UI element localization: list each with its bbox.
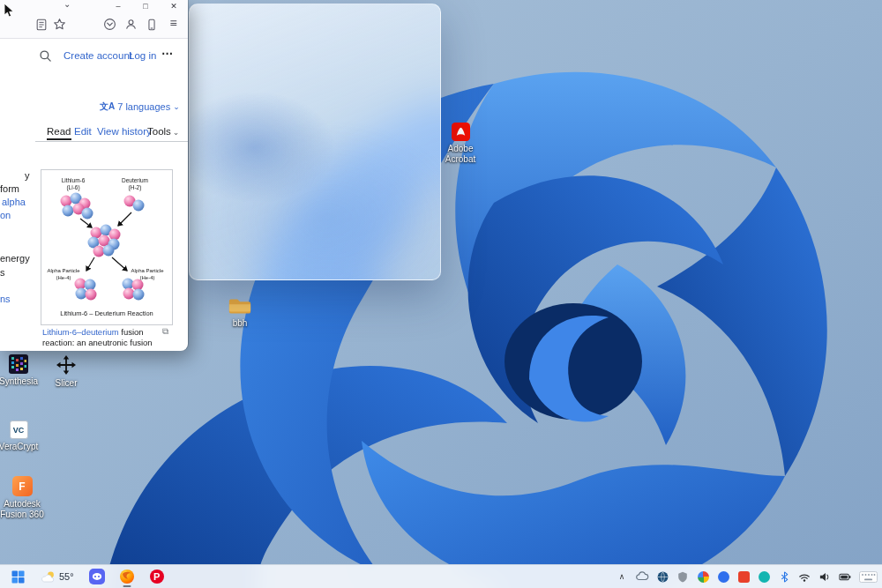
create-account-link[interactable]: Create account [64, 50, 132, 61]
touch-keyboard-icon[interactable] [858, 569, 878, 584]
desktop-icon-adobe-acrobat[interactable]: Adobe Acrobat [434, 123, 487, 164]
lithium-label-line1: Lithium-6 [62, 177, 86, 183]
close-button[interactable]: ✕ [167, 0, 181, 11]
lithium-deuterium-link[interactable]: Lithium-6–deuterium [42, 327, 119, 337]
tab-tools[interactable]: Tools⌄ [147, 126, 179, 137]
menu-icon[interactable]: ≡ [166, 15, 181, 30]
start-button[interactable] [7, 566, 28, 587]
languages-label: 7 languages [117, 101, 170, 112]
chevron-down-icon: ⌄ [173, 102, 180, 111]
sidebar-text-fragment: form [0, 183, 19, 194]
icon-label: Autodesk Fusion 360 [0, 499, 49, 519]
tab-read[interactable]: Read [47, 126, 71, 140]
figure-caption: Lithium-6–deuterium fusion reaction: an … [42, 327, 171, 351]
alpha-left-label-line1: Alpha Particle [47, 268, 80, 273]
red-app-icon[interactable] [736, 569, 751, 584]
sidebar-text-fragment: y [25, 170, 30, 181]
log-in-link[interactable]: Log in [129, 50, 156, 61]
more-options-icon[interactable]: ⋯ [161, 47, 174, 60]
battery-icon[interactable] [838, 569, 852, 584]
languages-button[interactable]: 文A 7 languages ⌄ [100, 100, 180, 113]
fusion-diagram: Lithium-6 (Li-6) Deuterium (H-2) [43, 173, 170, 307]
browser-chrome: ⌄ – □ ✕ ≡ [0, 0, 188, 39]
deuterium-label-line1: Deuterium [122, 177, 148, 183]
minimize-button[interactable]: – [111, 0, 125, 11]
language-icon: 文A [100, 100, 115, 113]
pinterest-icon: P [150, 569, 164, 584]
color-wheel-app-icon[interactable] [696, 569, 710, 584]
wikipedia-page: Create account Log in ⋯ 文A 7 languages ⌄… [0, 39, 188, 351]
tab-dropdown-chevron-icon[interactable]: ⌄ [64, 0, 71, 9]
wifi-icon[interactable] [797, 569, 811, 584]
tab-view-history[interactable]: View history [97, 126, 152, 137]
network-globe-icon[interactable] [655, 569, 669, 584]
pocket-icon[interactable] [102, 17, 117, 32]
diagram-caption: Lithium-6 – Deuterium Reaction [43, 309, 170, 317]
desktop-icon-veracrypt[interactable]: VC VeraCrypt [0, 421, 45, 452]
blue-app-icon[interactable] [716, 569, 730, 584]
icon-label: Adobe Acrobat [434, 144, 487, 164]
tools-label: Tools [147, 126, 171, 137]
weather-temp: 55° [59, 571, 74, 582]
bluetooth-icon[interactable] [777, 569, 791, 584]
desktop-icon-fusion-360[interactable]: F Autodesk Fusion 360 [0, 476, 49, 519]
maximize-button[interactable]: □ [138, 0, 153, 11]
volume-icon[interactable] [818, 569, 832, 584]
onedrive-cloud-icon[interactable] [635, 569, 649, 584]
tab-edit[interactable]: Edit [74, 126, 92, 137]
weather-widget[interactable]: 55° [37, 569, 78, 585]
teal-app-icon[interactable] [757, 569, 771, 584]
veracrypt-icon: VC [10, 421, 28, 439]
fusion-360-icon: F [12, 476, 33, 496]
tab-divider [35, 141, 188, 142]
sidebar-link-fragment[interactable]: alpha [2, 197, 26, 207]
icon-label: Synthesia [0, 376, 45, 387]
folder-icon [213, 296, 266, 316]
adobe-acrobat-icon [434, 123, 487, 141]
security-shield-icon[interactable] [676, 569, 690, 584]
lithium-label-line2: (Li-6) [66, 184, 79, 191]
alpha-right-label-line2: (He-4) [139, 275, 154, 280]
bookmark-star-icon[interactable] [52, 17, 67, 32]
alpha-right-label-line1: Alpha Particle [131, 268, 164, 273]
icon-label: bbh [213, 318, 266, 329]
sidebar-link-fragment[interactable]: on [0, 210, 11, 220]
weather-icon [41, 570, 56, 584]
search-icon[interactable] [39, 49, 52, 64]
browser-window: ⌄ – □ ✕ ≡ Create acc [0, 0, 188, 351]
synthesia-icon [0, 354, 45, 374]
move-arrows-icon [40, 354, 93, 376]
deuterium-label-line2: (H-2) [129, 184, 142, 191]
tray-show-hidden-icons-chevron[interactable]: ∧ [615, 569, 629, 584]
sidebar-text-fragment: s [0, 267, 5, 278]
sidebar-text-fragment: energy [0, 253, 30, 264]
icon-label: Slicer [40, 378, 93, 389]
taskbar: 55° P ∧ [0, 564, 882, 588]
dragging-glass-window[interactable] [189, 4, 441, 280]
desktop-icon-slicer[interactable]: Slicer [40, 354, 93, 389]
sidebar-link-fragment[interactable]: ns [0, 294, 11, 304]
desktop-icon-bbh-folder[interactable]: bbh [213, 296, 266, 329]
alpha-left-label-line2: (He-4) [56, 275, 71, 280]
expand-image-icon[interactable]: ⧉ [162, 326, 168, 337]
chevron-down-icon: ⌄ [173, 128, 180, 137]
fusion-reaction-figure[interactable]: Lithium-6 (Li-6) Deuterium (H-2) [41, 169, 173, 325]
taskbar-app-firefox[interactable] [116, 566, 138, 587]
reader-view-icon[interactable] [34, 17, 49, 32]
device-sync-icon[interactable] [144, 17, 159, 32]
desktop-icon-synthesia[interactable]: Synthesia [0, 354, 45, 387]
account-icon[interactable] [123, 17, 138, 32]
icon-label: VeraCrypt [0, 442, 45, 452]
taskbar-app-pinterest[interactable]: P [146, 566, 168, 587]
desktop-screen: Adobe Acrobat bbh Synthesia Slicer VC [0, 0, 882, 588]
taskbar-app-discord[interactable] [86, 566, 108, 587]
